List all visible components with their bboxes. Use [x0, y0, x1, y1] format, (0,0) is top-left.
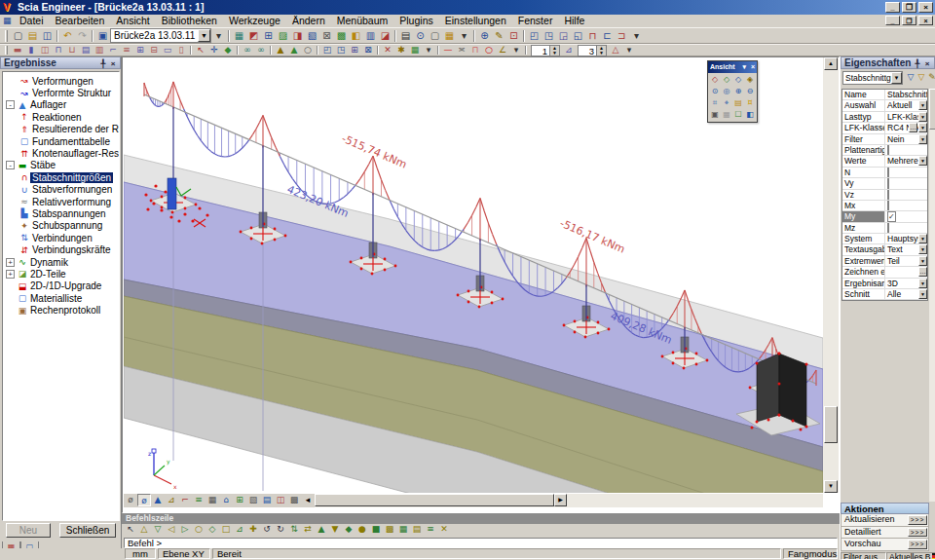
ansicht-close-icon[interactable]: × [751, 61, 755, 73]
cmd-plate-icon[interactable]: ▷ [178, 524, 192, 536]
property-row-n[interactable]: N [842, 168, 927, 178]
tree-item-stabverformungen[interactable]: ∪Stabverformungen [3, 184, 119, 196]
checkbox[interactable] [887, 223, 889, 233]
delete-icon[interactable]: ✕ [381, 45, 394, 56]
line-icon[interactable]: — [441, 45, 455, 56]
chevron-down-icon[interactable]: ▼ [198, 29, 210, 42]
frame-icon[interactable]: ⊓ [468, 45, 482, 56]
chevron-down-icon[interactable]: ▼ [891, 72, 902, 84]
table-icon[interactable]: ▦ [408, 45, 422, 56]
surface-icon[interactable]: ▲ [151, 494, 165, 506]
vertical-scrollbar[interactable]: ▲ ▼ [823, 57, 839, 493]
checkbox[interactable] [887, 168, 889, 177]
mesh-icon[interactable]: ◨ [290, 29, 305, 43]
axes-icon[interactable]: ⊞ [233, 494, 246, 506]
menu-werkzeuge[interactable]: Werkzeuge [223, 15, 286, 27]
cmd-column-icon[interactable]: ◁ [165, 524, 178, 536]
tree-item-materialliste[interactable]: ▢Materialliste [3, 292, 119, 304]
cmd-diamond-icon[interactable]: ◆ [342, 524, 355, 536]
neu-button[interactable]: Neu [6, 523, 51, 538]
checkbox[interactable] [887, 201, 889, 210]
tree-item-verformte-struktur[interactable]: ↝Verformte Struktur [3, 87, 119, 98]
property-row-my[interactable]: My✓ [842, 211, 927, 222]
chevron-down-icon[interactable]: ▼ [918, 279, 927, 288]
tree-item-st-be[interactable]: -▬Stäbe [3, 160, 119, 171]
angle-icon[interactable]: ∠ [496, 45, 509, 56]
property-row-extremwerte[interactable]: ExtremwerteTeil▼ [842, 256, 927, 267]
action-more-button[interactable]: >>> [908, 540, 927, 549]
link-1-icon[interactable]: ∞ [241, 45, 254, 56]
tree-item-verformungen[interactable]: ↝Verformungen [3, 75, 119, 87]
spin1-stepper[interactable]: 1▲▼ [531, 45, 560, 56]
property-row-vz[interactable]: Vz [842, 190, 927, 201]
cmd-select-icon[interactable]: ↖ [124, 524, 137, 536]
shading-icon[interactable]: ▧ [246, 494, 260, 506]
cmd-up-icon[interactable]: ▲ [315, 524, 328, 536]
property-value[interactable]: … [885, 267, 927, 277]
cmd-rect-icon[interactable]: □ [219, 524, 233, 536]
hatch-icon[interactable]: ▩ [287, 494, 301, 506]
property-value[interactable]: Teil▼ [885, 256, 927, 266]
gallery-icon[interactable]: ▦ [442, 29, 457, 43]
project-combo[interactable]: Brücke2a 13.03.11▼ [110, 28, 211, 43]
labels-icon[interactable]: ⌐ [178, 494, 192, 506]
catalog-icon[interactable]: ▦ [232, 29, 246, 43]
results-icon[interactable]: ⊠ [319, 29, 334, 43]
grid-icon[interactable]: ▦ [206, 494, 219, 506]
strip-collapse-icon[interactable]: ◂ [301, 494, 315, 506]
pencil-icon[interactable]: ✎ [926, 71, 935, 83]
scroll-right-icon[interactable]: ▶ [554, 494, 567, 506]
column-section-icon[interactable]: ▮ [24, 45, 38, 56]
light-icon[interactable]: ¤ [744, 97, 756, 109]
cmd-grid-icon[interactable]: ▦ [396, 524, 410, 536]
horizontal-scrollbar[interactable]: ▶ [315, 494, 823, 507]
cmd-down-icon[interactable]: ▼ [328, 524, 342, 536]
undo-icon[interactable]: ↶ [60, 29, 75, 43]
ellipsis-button[interactable]: … [918, 267, 927, 277]
draw-more-icon[interactable]: ▾ [509, 45, 523, 56]
document-icon[interactable]: ▥ [363, 29, 378, 43]
action-vorschau[interactable]: Vorschau>>> [841, 539, 929, 551]
tree-item-relativverformung[interactable]: ≈Relativverformung [3, 196, 119, 207]
property-value[interactable]: RC4 NLA▼… [885, 123, 927, 132]
status-current-db[interactable]: Aktuelles B [886, 552, 935, 560]
action-more-button[interactable]: >>> [908, 515, 927, 525]
property-value[interactable]: Alle▼ [885, 289, 927, 299]
perspective-icon[interactable]: ø [124, 494, 137, 506]
print-preview-icon[interactable]: ⊙ [413, 29, 428, 43]
cross-section-icon[interactable]: ◩ [246, 29, 261, 43]
property-value[interactable]: Aktuell▼ [885, 100, 927, 110]
menu-ansicht[interactable]: Ansicht [110, 15, 155, 27]
profile-6-icon[interactable]: ⌐ [106, 45, 120, 56]
action-aktualisieren[interactable]: Aktualisieren>>> [841, 514, 929, 527]
picture-icon[interactable]: ◪ [378, 29, 393, 43]
project-window-icon[interactable]: ▣ [95, 29, 110, 43]
modify-icon[interactable]: ✱ [394, 45, 408, 56]
command-input[interactable]: Befehl > [124, 538, 838, 548]
cmd-rotate-cw-icon[interactable]: ↻ [274, 524, 287, 536]
menu-plugins[interactable]: Plugins [393, 15, 438, 27]
menu-datei[interactable]: Datei [14, 15, 50, 27]
action-more-button[interactable]: >>> [908, 528, 927, 538]
3d-scene[interactable]: -515,74 kNm423,20 kNm-516,17 kNm409,28 k… [124, 57, 823, 493]
bolt-icon[interactable]: ▲ [287, 45, 301, 56]
tree-item-stabspannungen[interactable]: ▙Stabspannungen [3, 207, 119, 219]
zoom-selection-icon[interactable]: ⌖ [721, 97, 732, 109]
property-row-lasttyp[interactable]: LasttypLFK-Klasse▼ [842, 112, 927, 123]
menu-ndern[interactable]: Ändern [286, 15, 331, 27]
cmd-point-icon[interactable]: ● [355, 524, 369, 536]
property-row-plattenartiger-[interactable]: Plattenartiger... [842, 145, 927, 156]
cmd-poly-icon[interactable]: ◇ [206, 524, 219, 536]
property-object-selector[interactable]: Stabschnittgrö ▼ [842, 71, 903, 85]
menu-fenster[interactable]: Fenster [512, 15, 559, 27]
checkbox[interactable] [887, 178, 889, 188]
window-4-icon[interactable]: ⊠ [361, 45, 375, 56]
chevron-down-icon[interactable]: ▼ [918, 100, 927, 110]
status-filter[interactable]: Filter aus [841, 552, 886, 560]
material-icon[interactable]: ⊞ [261, 29, 276, 43]
cmd-beam-icon[interactable]: ▽ [151, 524, 165, 536]
view-axo-icon[interactable]: ◈ [744, 74, 756, 86]
property-value[interactable] [885, 145, 927, 155]
checkbox[interactable] [887, 190, 889, 200]
cmd-rotate-ccw-icon[interactable]: ↺ [260, 524, 274, 536]
